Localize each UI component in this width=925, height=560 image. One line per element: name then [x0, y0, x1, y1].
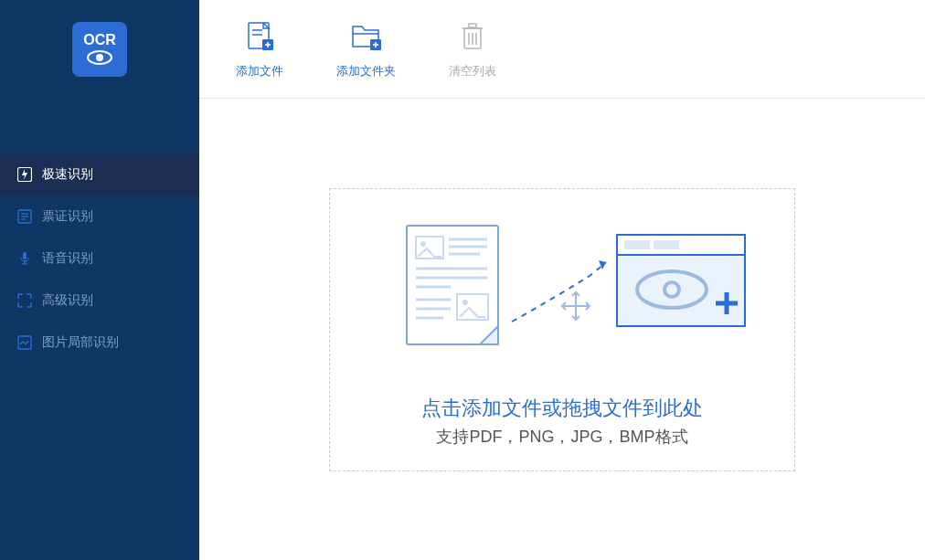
svg-rect-24 — [469, 24, 476, 27]
sidebar-item-label: 图片局部识别 — [42, 334, 119, 351]
sidebar-item-label: 高级识别 — [42, 292, 93, 309]
sidebar-item-label: 极速识别 — [42, 166, 93, 183]
svg-rect-11 — [18, 336, 31, 349]
app-root: OCR 极速识别 — [0, 0, 925, 560]
drop-subtitle: 支持PDF，PNG，JPG，BMP格式 — [436, 426, 687, 448]
svg-point-38 — [462, 300, 468, 305]
logo-text: OCR — [83, 33, 116, 48]
trash-icon — [455, 19, 490, 54]
main: 添加文件 添加文件夹 — [199, 0, 925, 560]
sidebar-item-ticket[interactable]: 票证识别 — [0, 195, 199, 238]
add-file-button[interactable]: 添加文件 — [236, 19, 283, 79]
svg-point-1 — [96, 54, 103, 61]
ticket-icon — [16, 208, 33, 225]
sidebar: OCR 极速识别 — [0, 0, 199, 560]
advanced-icon — [16, 292, 33, 309]
tool-label: 添加文件夹 — [336, 63, 396, 79]
eye-icon — [86, 49, 113, 69]
logo: OCR — [0, 0, 199, 99]
tool-label: 添加文件 — [236, 63, 283, 79]
svg-rect-8 — [23, 252, 27, 259]
drop-title: 点击添加文件或拖拽文件到此处 — [421, 395, 703, 422]
sidebar-item-voice[interactable]: 语音识别 — [0, 238, 199, 280]
sidebar-item-label: 语音识别 — [42, 250, 93, 267]
nav: 极速识别 票证识别 — [0, 153, 199, 364]
content-area: 点击添加文件或拖拽文件到此处 支持PDF，PNG，JPG，BMP格式 — [199, 99, 925, 560]
tool-label: 清空列表 — [449, 63, 496, 79]
add-file-icon — [242, 19, 277, 54]
svg-point-30 — [420, 241, 426, 247]
svg-rect-28 — [407, 226, 498, 344]
sidebar-item-partial[interactable]: 图片局部识别 — [0, 322, 199, 364]
crop-icon — [16, 334, 33, 351]
sidebar-item-fast[interactable]: 极速识别 — [0, 153, 199, 195]
clear-list-button[interactable]: 清空列表 — [449, 19, 496, 79]
drop-zone[interactable]: 点击添加文件或拖拽文件到此处 支持PDF，PNG，JPG，BMP格式 — [329, 188, 795, 471]
drop-illustration — [370, 212, 754, 367]
svg-marker-3 — [22, 169, 27, 180]
add-folder-icon — [349, 19, 384, 54]
fast-icon — [16, 166, 33, 183]
mic-icon — [16, 250, 33, 267]
logo-box: OCR — [72, 22, 127, 77]
toolbar: 添加文件 添加文件夹 — [199, 0, 925, 99]
sidebar-item-label: 票证识别 — [42, 208, 93, 225]
sidebar-item-advanced[interactable]: 高级识别 — [0, 280, 199, 322]
svg-rect-48 — [624, 240, 650, 249]
svg-rect-49 — [654, 240, 679, 249]
add-folder-button[interactable]: 添加文件夹 — [336, 19, 396, 79]
